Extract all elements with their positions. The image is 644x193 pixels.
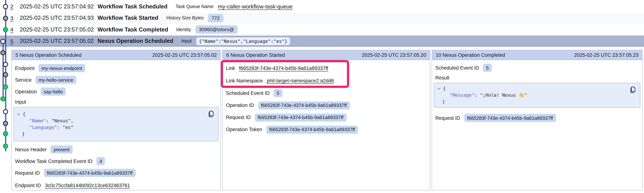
copy-icon[interactable] bbox=[208, 111, 214, 118]
event-name: Workflow Task Scheduled bbox=[98, 3, 168, 10]
timeline-dot-completed[interactable] bbox=[3, 131, 8, 136]
event-input-json-badge: {"Name":"Nexus","Language":"es"} bbox=[196, 37, 290, 45]
panel-nexus-operation-scheduled: 5 Nexus Operation Scheduled 2025-02-25 U… bbox=[11, 50, 221, 191]
operation-token-badge: f665283f-743e-4374-b45b-9a61a89337ff bbox=[266, 125, 358, 134]
field-request-id: Request ID f665283f-743e-4374-b45b-9a61a… bbox=[226, 111, 426, 123]
event-row-4[interactable]: 4 2025-02-25 UTC 23:57:05.02 Workflow Ta… bbox=[0, 24, 644, 35]
field-endpoint-id: Endpoint ID 3c0c75ccfa8144b092c13ce63246… bbox=[15, 179, 217, 192]
chevron-down-icon[interactable] bbox=[437, 88, 442, 90]
panel-nexus-operation-completed: 10 Nexus Operation Completed 2025-02-25 … bbox=[432, 50, 642, 191]
field-operation-id: Operation ID f665283f-743e-4374-b45b-9a6… bbox=[226, 99, 426, 111]
scheduled-event-id-badge: 5 bbox=[274, 89, 282, 97]
request-id-badge: f665283f-743e-4374-b45b-9a61a89337ff bbox=[464, 114, 556, 122]
scheduled-event-id-badge: 5 bbox=[483, 64, 492, 72]
panel-header: 10 Nexus Operation Completed 2025-02-25 … bbox=[432, 50, 642, 60]
event-id-link[interactable]: 5 bbox=[10, 38, 20, 44]
event-name: Workflow Task Started bbox=[98, 15, 158, 21]
event-name: Nexus Operation Scheduled bbox=[98, 38, 173, 44]
result-label: Result bbox=[435, 73, 639, 82]
panel-title: 6 Nexus Operation Started bbox=[226, 52, 285, 58]
panel-timestamp: 2025-02-25 UTC 23:57:05.23 bbox=[574, 52, 638, 58]
chevron-down-icon[interactable] bbox=[17, 113, 21, 115]
timeline-dot-completed[interactable] bbox=[3, 84, 8, 89]
field-operation-token: Operation Token f665283f-743e-4374-b45b-… bbox=[226, 123, 426, 136]
event-attribute-label: Identity bbox=[176, 27, 191, 32]
panel-timestamp: 2025-02-25 UTC 23:57:05.02 bbox=[152, 52, 217, 58]
task-queue-link[interactable]: my-caller-workflow-task-queue bbox=[218, 3, 292, 10]
field-scheduled-event-id: Scheduled Event ID 5 bbox=[226, 87, 426, 99]
panel-header: 6 Nexus Operation Started 2025-02-25 UTC… bbox=[222, 50, 430, 60]
nexus-link[interactable]: f665283f-743e-4374-b45b-9a61a89337ff bbox=[239, 66, 328, 71]
panel-header: 5 Nexus Operation Scheduled 2025-02-25 U… bbox=[12, 50, 220, 60]
operation-badge: say-hello bbox=[41, 88, 66, 96]
event-timestamp: 2025-02-25 UTC 23:57:05.02 bbox=[20, 26, 98, 33]
endpoint-badge: my-nexus-endpoint bbox=[39, 64, 85, 72]
timeline-dot-scheduled[interactable] bbox=[3, 62, 8, 67]
timeline-dot-completed[interactable] bbox=[3, 144, 8, 149]
timeline-dot-started[interactable] bbox=[3, 72, 8, 77]
event-id-link[interactable]: 4 bbox=[10, 26, 20, 33]
timeline-dot-scheduled[interactable] bbox=[3, 109, 8, 114]
field-workflow-task-completed-event-id: Workflow Task Completed Event ID 4 bbox=[15, 155, 217, 167]
event-timestamp: 2025-02-25 UTC 23:57:04.93 bbox=[20, 15, 98, 21]
timeline-dot-started[interactable] bbox=[3, 15, 8, 21]
event-attribute-label: History Size Bytes bbox=[166, 15, 204, 21]
event-id-link[interactable]: 3 bbox=[10, 15, 20, 21]
event-timestamp: 2025-02-25 UTC 23:57:05.02 bbox=[20, 38, 98, 44]
event-history-rows: 2 2025-02-25 UTC 23:57:04.92 Workflow Ta… bbox=[0, 1, 644, 47]
event-id-badge: 4 bbox=[96, 157, 105, 165]
operation-id-badge: f665283f-743e-4374-b45b-9a61a89337ff bbox=[258, 101, 350, 109]
timeline-dot-completed[interactable] bbox=[3, 27, 8, 32]
event-id-link[interactable]: 2 bbox=[10, 3, 20, 10]
field-request-id: Request ID f665283f-743e-4374-b45b-9a61a… bbox=[435, 111, 639, 125]
event-attribute-badge: 30960@totoro@ bbox=[195, 25, 238, 34]
timeline-dot-scheduled[interactable] bbox=[0, 39, 6, 44]
event-timestamp: 2025-02-25 UTC 23:57:04.92 bbox=[20, 3, 98, 10]
input-label: Input bbox=[15, 97, 217, 106]
event-row-5-selected[interactable]: 5 2025-02-25 UTC 23:57:05.02 Nexus Opera… bbox=[0, 35, 644, 47]
workflow-history-view: 2 2025-02-25 UTC 23:57:04.92 Workflow Ta… bbox=[0, 0, 644, 193]
result-json-viewer: { "Message" : "¡Hola! Nexus 👋" } bbox=[434, 83, 640, 108]
event-row-2[interactable]: 2 2025-02-25 UTC 23:57:04.92 Workflow Ta… bbox=[0, 1, 644, 12]
link-namespace-link[interactable]: phil-target-namespace2.a2dd6 bbox=[267, 78, 334, 83]
event-attribute-label: Task Queue Name bbox=[176, 4, 214, 9]
timeline-branch-line bbox=[2, 41, 4, 99]
copy-icon[interactable] bbox=[629, 86, 636, 93]
request-id-badge: f665283f-743e-4374-b45b-9a61a89337ff bbox=[44, 169, 136, 177]
field-nexus-header: Nexus Header present bbox=[15, 144, 217, 155]
field-service: Service my-hello-service bbox=[15, 74, 217, 86]
input-json-viewer: { "Name" : "Nexus", "Language" : "es" } bbox=[14, 107, 218, 141]
timeline-dot-started[interactable] bbox=[3, 121, 8, 126]
field-operation: Operation say-hello bbox=[15, 86, 217, 97]
field-link-namespace: Link Namespace phil-target-namespace2.a2… bbox=[226, 74, 426, 87]
event-name: Workflow Task Completed bbox=[98, 26, 168, 33]
request-id-badge: f665283f-743e-4374-b45b-9a61a89337ff bbox=[255, 113, 346, 121]
field-request-id: Request ID f665283f-743e-4374-b45b-9a61a… bbox=[15, 167, 217, 179]
nexus-header-badge: present bbox=[51, 145, 72, 154]
field-endpoint: Endpoint my-nexus-endpoint bbox=[15, 62, 217, 74]
panel-nexus-operation-started: 6 Nexus Operation Started 2025-02-25 UTC… bbox=[222, 50, 430, 191]
event-attribute-badge: 772 bbox=[208, 14, 223, 22]
timeline-dot-started[interactable] bbox=[0, 50, 6, 55]
timeline-dot-scheduled[interactable] bbox=[3, 4, 8, 9]
field-link: Link f665283f-743e-4374-b45b-9a61a89337f… bbox=[226, 62, 426, 74]
panel-title: 10 Nexus Operation Completed bbox=[436, 52, 505, 58]
endpoint-id-link[interactable]: 3c0c75ccfa8144b092c13ce632463761 bbox=[45, 183, 130, 188]
timeline-dot-completed[interactable] bbox=[0, 96, 6, 101]
event-row-3[interactable]: 3 2025-02-25 UTC 23:57:04.93 Workflow Ta… bbox=[0, 12, 644, 24]
panel-title: 5 Nexus Operation Scheduled bbox=[16, 52, 82, 58]
event-attribute-label: Input bbox=[181, 39, 192, 44]
panel-timestamp: 2025-02-25 UTC 23:57:05.20 bbox=[362, 52, 426, 58]
field-scheduled-event-id: Scheduled Event ID 5 bbox=[435, 62, 639, 73]
service-badge: my-hello-service bbox=[36, 76, 76, 84]
